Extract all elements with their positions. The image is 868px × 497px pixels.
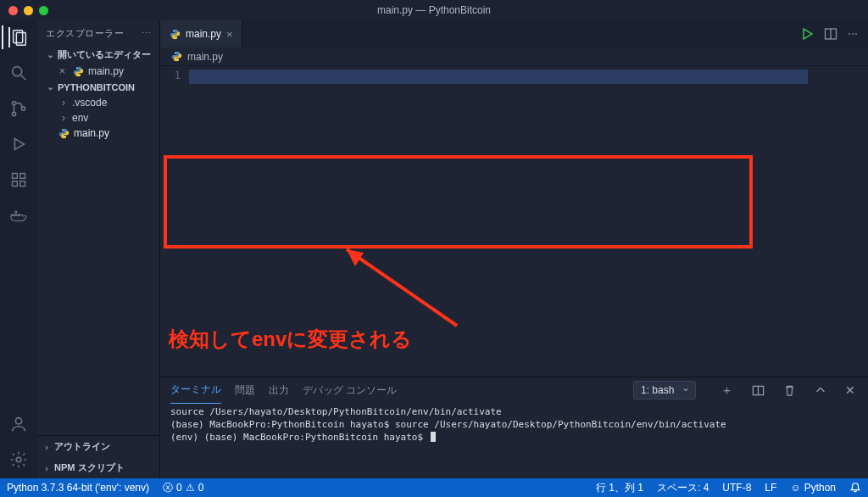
terminal-cursor [431,432,436,442]
svg-rect-11 [20,174,25,179]
svg-point-6 [21,107,25,110]
search-icon[interactable] [8,63,29,83]
workspace-section[interactable]: ⌄ PYTHONBITCOIN [41,79,159,95]
status-spaces[interactable]: スペース: 4 [650,478,715,497]
split-editor-icon[interactable] [824,27,837,41]
open-editor-item[interactable]: × main.py [41,64,159,79]
folder-vscode[interactable]: › .vscode [41,95,159,110]
split-terminal-icon[interactable] [749,383,767,399]
titlebar: main.py — PythonBitcoin [0,0,868,20]
more-icon[interactable]: ⋯ [142,28,152,39]
feedback-icon: ☺ [790,482,800,494]
close-icon[interactable]: × [59,65,68,77]
svg-point-21 [64,136,65,137]
maximize-panel-icon[interactable] [812,383,829,398]
svg-point-17 [16,457,21,462]
outline-label: アウトライン [54,440,110,453]
chevron-down-icon: ⌄ [46,49,54,60]
explorer-icon[interactable] [8,27,29,47]
outline-section[interactable]: › アウトライン [37,436,159,457]
svg-rect-10 [20,181,25,187]
status-encoding[interactable]: UTF-8 [715,478,758,497]
gear-icon[interactable] [8,450,29,470]
open-editor-name: main.py [88,65,124,77]
status-bar: Python 3.7.3 64-bit ('env': venv) ⓧ0 ⚠0 … [0,478,868,497]
svg-point-18 [76,67,77,68]
svg-point-16 [15,418,21,424]
app-root: main.py — PythonBitcoin [0,0,868,497]
chevron-right-icon: › [42,463,51,473]
docker-icon[interactable] [8,205,29,226]
source-control-icon[interactable] [8,98,29,119]
svg-line-3 [21,75,26,81]
file-label: main.py [74,127,109,139]
close-icon[interactable]: × [226,28,233,41]
svg-rect-9 [13,181,18,187]
svg-point-2 [13,67,22,76]
folder-env[interactable]: › env [41,110,159,126]
python-file-icon [72,65,84,77]
svg-point-23 [175,36,176,37]
npm-label: NPM スクリプト [54,461,125,474]
chevron-right-icon: › [42,442,51,452]
svg-point-20 [62,129,63,130]
window-title: main.py — PythonBitcoin [0,4,868,16]
extensions-icon[interactable] [8,170,29,190]
account-icon[interactable] [8,414,29,434]
panel-tab-terminal[interactable]: ターミナル [170,377,221,404]
file-mainpy[interactable]: main.py [41,126,159,141]
breadcrumb[interactable]: main.py [160,47,868,66]
python-file-icon [170,51,182,63]
close-panel-icon[interactable]: ✕ [843,382,858,399]
panel-tab-output[interactable]: 出力 [269,377,289,404]
svg-rect-8 [13,174,18,179]
explorer-header: エクスプローラー ⋯ [37,20,159,46]
svg-point-19 [79,74,80,75]
python-file-icon [169,28,181,40]
terminal-line: (base) MacBookPro:PythonBitcoin hayato$ … [170,419,726,430]
error-icon: ⓧ [163,481,173,495]
svg-point-4 [12,101,15,104]
current-line-highlight [189,70,808,84]
run-icon[interactable] [800,27,814,41]
terminal-shell-select[interactable]: 1: bash [633,381,696,399]
status-notifications-icon[interactable] [843,478,868,497]
svg-point-22 [173,30,174,31]
panel-tabs: ターミナル 問題 出力 デバッグ コンソール 1: bash ＋ [160,377,868,403]
editor-tabs: main.py × ⋯ [160,20,868,47]
line-number: 1 [160,70,181,81]
more-icon[interactable]: ⋯ [848,28,858,40]
new-terminal-icon[interactable]: ＋ [718,381,736,400]
tab-mainpy[interactable]: main.py × [160,20,242,47]
tab-label: main.py [186,28,221,40]
terminal-output[interactable]: source /Users/hayato/Desktop/PythonBitco… [160,403,868,478]
chevron-right-icon: › [59,97,68,109]
status-eol[interactable]: LF [758,478,783,497]
status-language[interactable]: ☺ Python [783,478,843,497]
panel: ターミナル 問題 出力 デバッグ コンソール 1: bash ＋ [160,377,868,478]
panel-tab-problems[interactable]: 問題 [235,377,255,404]
panel-tab-debug[interactable]: デバッグ コンソール [303,377,397,404]
status-line-col[interactable]: 行 1、列 1 [589,478,650,497]
status-problems[interactable]: ⓧ0 ⚠0 [156,478,210,497]
chevron-right-icon: › [59,112,68,124]
folder-label: .vscode [72,97,107,109]
breadcrumb-item: main.py [187,51,223,63]
status-python-interpreter[interactable]: Python 3.7.3 64-bit ('env': venv) [0,478,156,497]
svg-point-28 [177,59,178,60]
code-editor[interactable]: 1 [160,66,868,377]
folder-label: env [72,112,88,124]
debug-icon[interactable] [8,134,29,154]
open-editors-section[interactable]: ⌄ 開いているエディター [41,46,159,64]
chevron-down-icon: ⌄ [46,81,54,92]
code-content[interactable] [189,66,868,377]
open-editors-label: 開いているエディター [58,48,151,61]
svg-marker-7 [14,139,24,150]
svg-rect-15 [14,211,17,214]
svg-point-5 [12,112,15,115]
npm-scripts-section[interactable]: › NPM スクリプト [37,457,159,478]
svg-marker-24 [804,29,812,39]
editor-area: main.py × ⋯ main.py [160,20,868,478]
trash-icon[interactable] [781,383,798,399]
svg-point-27 [175,53,175,53]
